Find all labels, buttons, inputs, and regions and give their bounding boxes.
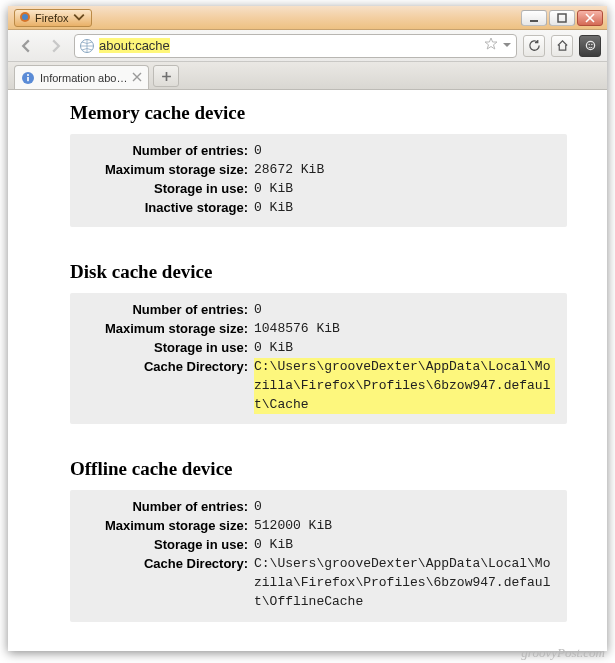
maximize-button[interactable]: [549, 10, 575, 26]
row-value: 512000 KiB: [254, 518, 332, 533]
row-label: Maximum storage size:: [82, 161, 254, 180]
row-label: Cache Directory:: [82, 555, 254, 574]
bookmark-star-icon[interactable]: [484, 37, 498, 54]
info-row: Number of entries:0: [82, 301, 555, 320]
row-label: Storage in use:: [82, 180, 254, 199]
section-heading: Memory cache device: [70, 102, 567, 124]
tab-active[interactable]: Information abo…: [14, 65, 149, 89]
chevron-down-icon: [73, 11, 85, 25]
reload-button[interactable]: [523, 35, 545, 57]
cache-section: Memory cache deviceNumber of entries:0Ma…: [70, 102, 567, 227]
svg-point-6: [588, 44, 589, 45]
globe-icon: [79, 38, 95, 54]
svg-point-5: [586, 41, 594, 49]
info-panel: Number of entries:0Maximum storage size:…: [70, 293, 567, 424]
row-value: 0 KiB: [254, 181, 293, 196]
watermark: groovyPost.com: [521, 645, 605, 661]
cache-section: Disk cache deviceNumber of entries:0Maxi…: [70, 261, 567, 424]
row-label: Maximum storage size:: [82, 320, 254, 339]
nav-toolbar: about:cache: [8, 30, 607, 62]
tab-title: Information abo…: [40, 72, 127, 84]
info-row: Cache Directory:C:\Users\grooveDexter\Ap…: [82, 555, 555, 612]
row-label: Inactive storage:: [82, 199, 254, 218]
row-value: 28672 KiB: [254, 162, 324, 177]
info-row: Maximum storage size:1048576 KiB: [82, 320, 555, 339]
row-value: 0 KiB: [254, 340, 293, 355]
svg-rect-9: [27, 77, 29, 81]
svg-rect-2: [530, 20, 538, 22]
section-heading: Offline cache device: [70, 458, 567, 480]
row-value: 0: [254, 302, 262, 317]
back-button[interactable]: [14, 35, 38, 57]
cache-section: Offline cache deviceNumber of entries:0M…: [70, 458, 567, 621]
feedback-button[interactable]: [579, 35, 601, 57]
address-text: about:cache: [99, 38, 480, 53]
app-menu-button[interactable]: Firefox: [14, 9, 92, 27]
tab-strip: Information abo…: [8, 62, 607, 90]
row-value: C:\Users\grooveDexter\AppData\Local\Mozi…: [254, 358, 555, 415]
info-row: Storage in use:0 KiB: [82, 180, 555, 199]
info-row: Storage in use:0 KiB: [82, 536, 555, 555]
row-label: Maximum storage size:: [82, 517, 254, 536]
section-heading: Disk cache device: [70, 261, 567, 283]
row-value: 0: [254, 499, 262, 514]
row-label: Number of entries:: [82, 301, 254, 320]
info-panel: Number of entries:0Maximum storage size:…: [70, 134, 567, 227]
url-bar[interactable]: about:cache: [74, 34, 517, 58]
row-label: Cache Directory:: [82, 358, 254, 377]
row-value: C:\Users\grooveDexter\AppData\Local\Mozi…: [254, 556, 550, 609]
info-row: Inactive storage:0 KiB: [82, 199, 555, 218]
row-label: Number of entries:: [82, 142, 254, 161]
info-panel: Number of entries:0Maximum storage size:…: [70, 490, 567, 621]
row-label: Storage in use:: [82, 339, 254, 358]
svg-point-7: [591, 44, 592, 45]
app-name-label: Firefox: [35, 12, 69, 24]
row-value: 0 KiB: [254, 537, 293, 552]
close-button[interactable]: [577, 10, 603, 26]
tab-close-icon[interactable]: [132, 72, 142, 84]
svg-rect-3: [558, 14, 566, 22]
info-row: Number of entries:0: [82, 142, 555, 161]
row-label: Number of entries:: [82, 498, 254, 517]
urlbar-dropdown-icon[interactable]: [502, 39, 512, 53]
svg-point-10: [27, 74, 29, 76]
info-row: Maximum storage size:512000 KiB: [82, 517, 555, 536]
svg-point-1: [22, 14, 28, 20]
row-value: 0 KiB: [254, 200, 293, 215]
forward-button[interactable]: [44, 35, 68, 57]
row-label: Storage in use:: [82, 536, 254, 555]
window-titlebar: Firefox: [8, 6, 607, 30]
info-row: Cache Directory:C:\Users\grooveDexter\Ap…: [82, 358, 555, 415]
firefox-icon: [19, 11, 31, 25]
info-row: Maximum storage size:28672 KiB: [82, 161, 555, 180]
minimize-button[interactable]: [521, 10, 547, 26]
row-value: 1048576 KiB: [254, 321, 340, 336]
info-icon: [21, 71, 35, 85]
new-tab-button[interactable]: [153, 65, 179, 87]
row-value: 0: [254, 143, 262, 158]
page-content: Memory cache deviceNumber of entries:0Ma…: [8, 90, 607, 651]
info-row: Number of entries:0: [82, 498, 555, 517]
info-row: Storage in use:0 KiB: [82, 339, 555, 358]
home-button[interactable]: [551, 35, 573, 57]
